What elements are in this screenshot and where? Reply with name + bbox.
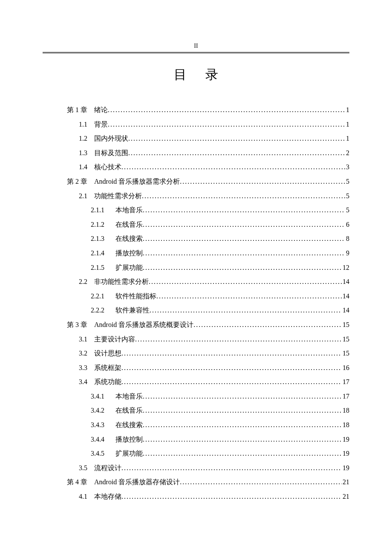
toc-entry-label: 3.4.4 bbox=[43, 432, 109, 447]
toc-entry: 2.2.2软件兼容性14 bbox=[43, 303, 349, 318]
toc-entry-label: 3.4.2 bbox=[43, 403, 109, 418]
toc-entry-label: 3.2 bbox=[43, 346, 87, 361]
table-of-contents: 第 1 章绪论11.1背景11.2国内外现状11.3目标及范围21.4核心技术3… bbox=[43, 103, 349, 504]
toc-entry-text: Android 音乐播放器需求分析 bbox=[94, 174, 180, 189]
toc-entry-page: 17 bbox=[342, 375, 349, 389]
toc-leader-dots bbox=[150, 303, 342, 318]
toc-entry: 2.1.1本地音乐5 bbox=[43, 203, 349, 217]
toc-entry-label: 3.4 bbox=[43, 375, 87, 389]
toc-entry-text: 在线音乐 bbox=[115, 217, 143, 232]
toc-leader-dots bbox=[142, 189, 345, 203]
toc-entry: 3.3系统框架16 bbox=[43, 361, 349, 375]
toc-entry-page: 17 bbox=[342, 389, 349, 404]
toc-leader-dots bbox=[143, 260, 342, 275]
toc-entry-text: 国内外现状 bbox=[94, 131, 128, 146]
toc-leader-dots bbox=[143, 403, 342, 418]
toc-entry: 1.1背景1 bbox=[43, 117, 349, 132]
toc-entry-page: 12 bbox=[342, 260, 349, 275]
toc-entry-text: 背景 bbox=[94, 117, 108, 132]
toc-entry: 2.1.3在线搜索8 bbox=[43, 231, 349, 246]
toc-entry-page: 5 bbox=[345, 174, 349, 189]
toc-entry: 第 4 章Android 音乐播放器存储设计21 bbox=[43, 475, 349, 489]
toc-entry-text: Android 音乐播放器系统概要设计 bbox=[94, 318, 193, 332]
toc-entry-label: 4.1 bbox=[43, 489, 87, 504]
toc-entry: 3.1主要设计内容15 bbox=[43, 332, 349, 347]
toc-leader-dots bbox=[135, 332, 342, 347]
toc-leader-dots bbox=[121, 489, 342, 504]
toc-leader-dots bbox=[121, 375, 342, 389]
toc-leader-dots bbox=[128, 131, 345, 146]
toc-entry-text: 核心技术 bbox=[94, 160, 121, 174]
toc-leader-dots bbox=[180, 475, 342, 489]
toc-entry-text: 在线搜索 bbox=[115, 231, 143, 246]
toc-entry: 第 3 章Android 音乐播放器系统概要设计15 bbox=[43, 318, 349, 332]
toc-entry-page: 21 bbox=[342, 475, 349, 489]
toc-entry-text: 设计思想 bbox=[94, 346, 121, 361]
toc-entry-label: 2.1 bbox=[43, 189, 87, 203]
toc-leader-dots bbox=[121, 361, 342, 375]
toc-entry-label: 3.1 bbox=[43, 332, 87, 347]
toc-entry-label: 2.2.2 bbox=[43, 303, 109, 318]
toc-entry: 3.4系统功能17 bbox=[43, 375, 349, 389]
toc-entry-text: 主要设计内容 bbox=[94, 332, 135, 347]
toc-entry-text: 功能性需求分析 bbox=[94, 189, 142, 203]
toc-entry: 2.1.2在线音乐6 bbox=[43, 217, 349, 232]
toc-entry-page: 2 bbox=[345, 146, 349, 160]
toc-entry: 1.4核心技术3 bbox=[43, 160, 349, 174]
toc-entry-text: 扩展功能 bbox=[115, 260, 143, 275]
toc-entry-label: 2.1.2 bbox=[43, 217, 109, 232]
toc-entry-label: 第 3 章 bbox=[43, 318, 87, 332]
toc-entry-page: 1 bbox=[345, 117, 349, 132]
page-number: II bbox=[194, 43, 198, 49]
toc-entry-page: 1 bbox=[345, 131, 349, 146]
toc-entry-text: 系统框架 bbox=[94, 361, 121, 375]
toc-entry: 1.3目标及范围2 bbox=[43, 146, 349, 160]
toc-entry: 3.4.4播放控制19 bbox=[43, 432, 349, 447]
toc-entry-text: 扩展功能 bbox=[115, 446, 143, 461]
page-header: II bbox=[43, 43, 349, 49]
toc-leader-dots bbox=[149, 275, 342, 289]
toc-leader-dots bbox=[143, 432, 342, 447]
toc-entry-page: 6 bbox=[345, 217, 349, 232]
toc-leader-dots bbox=[121, 160, 345, 174]
toc-entry: 第 1 章绪论1 bbox=[43, 103, 349, 117]
toc-entry-label: 2.1.4 bbox=[43, 246, 109, 260]
toc-leader-dots bbox=[143, 389, 342, 404]
toc-leader-dots bbox=[156, 289, 342, 304]
toc-entry-label: 第 1 章 bbox=[43, 103, 87, 117]
toc-entry-label: 2.2 bbox=[43, 275, 87, 289]
toc-entry-text: 本地存储 bbox=[94, 489, 121, 504]
toc-leader-dots bbox=[143, 446, 342, 461]
toc-entry-label: 1.2 bbox=[43, 131, 87, 146]
toc-entry-label: 2.1.3 bbox=[43, 231, 109, 246]
toc-leader-dots bbox=[143, 418, 342, 432]
toc-entry: 4.1本地存储21 bbox=[43, 489, 349, 504]
toc-entry-page: 1 bbox=[345, 103, 349, 117]
toc-entry-text: 目标及范围 bbox=[94, 146, 128, 160]
toc-entry-text: 本地音乐 bbox=[115, 203, 143, 217]
toc-entry-page: 15 bbox=[342, 318, 349, 332]
toc-entry-text: 播放控制 bbox=[115, 432, 143, 447]
toc-entry-page: 18 bbox=[342, 418, 349, 432]
toc-entry-page: 14 bbox=[342, 303, 349, 318]
toc-leader-dots bbox=[193, 318, 342, 332]
toc-entry: 2.2非功能性需求分析14 bbox=[43, 275, 349, 289]
toc-entry-page: 14 bbox=[342, 275, 349, 289]
toc-entry-text: 软件性能指标 bbox=[115, 289, 156, 304]
toc-entry-label: 2.1.1 bbox=[43, 203, 109, 217]
toc-entry: 2.1.5扩展功能12 bbox=[43, 260, 349, 275]
toc-entry-page: 3 bbox=[345, 160, 349, 174]
toc-entry-label: 1.1 bbox=[43, 117, 87, 132]
toc-entry: 3.4.1本地音乐17 bbox=[43, 389, 349, 404]
toc-entry: 1.2国内外现状1 bbox=[43, 131, 349, 146]
toc-entry-text: 在线搜索 bbox=[115, 418, 143, 432]
toc-entry-page: 19 bbox=[342, 446, 349, 461]
toc-entry-page: 18 bbox=[342, 403, 349, 418]
toc-entry: 第 2 章Android 音乐播放器需求分析5 bbox=[43, 174, 349, 189]
toc-entry-text: 软件兼容性 bbox=[115, 303, 150, 318]
toc-entry-label: 第 2 章 bbox=[43, 174, 87, 189]
toc-entry-page: 8 bbox=[345, 231, 349, 246]
toc-entry: 3.4.2在线音乐18 bbox=[43, 403, 349, 418]
toc-leader-dots bbox=[143, 231, 345, 246]
toc-entry-text: 系统功能 bbox=[94, 375, 121, 389]
